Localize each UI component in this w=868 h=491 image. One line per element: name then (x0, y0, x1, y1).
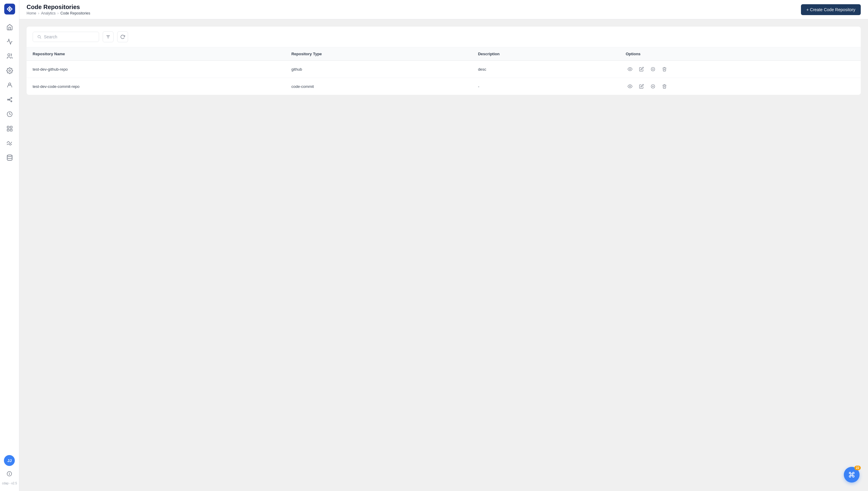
content-area: Repository Name Repository Type Descript… (19, 19, 868, 491)
clone-button-1[interactable] (649, 82, 657, 91)
edit-button-1[interactable] (637, 82, 646, 91)
sidebar-bottom: JJ cdap - v2.5 (2, 455, 17, 487)
svg-rect-10 (10, 126, 12, 128)
repositories-table: Repository Name Repository Type Descript… (27, 48, 861, 95)
svg-line-18 (40, 38, 41, 39)
cell-description-1: - (472, 78, 620, 95)
table-header-row: Repository Name Repository Type Descript… (27, 48, 861, 61)
sidebar-item-users[interactable] (3, 50, 16, 63)
table-row: test-dev-code-commit-repo code-commit - (27, 78, 861, 95)
cell-name-0: test-dev-github-repo (27, 61, 285, 78)
svg-point-17 (38, 35, 40, 38)
svg-point-1 (9, 8, 10, 10)
sidebar-item-analytics[interactable] (3, 35, 16, 48)
breadcrumb-current: Code Repositories (60, 11, 90, 16)
breadcrumb: Home › Analytics › Code Repositories (27, 11, 90, 16)
sidebar-item-connections[interactable] (3, 93, 16, 106)
sidebar-nav (0, 21, 19, 455)
svg-point-2 (7, 54, 10, 56)
edit-button-0[interactable] (637, 65, 646, 74)
page-title: Code Repositories (27, 4, 90, 10)
search-box[interactable] (33, 32, 99, 42)
cell-options-0 (620, 61, 861, 78)
filter-icon (106, 34, 111, 39)
fab-badge: 22 (855, 466, 861, 470)
svg-point-13 (7, 155, 12, 157)
svg-point-6 (10, 97, 12, 99)
app-version: cdap - v2.5 (2, 482, 17, 485)
sidebar-item-home[interactable] (3, 21, 16, 34)
fab-button[interactable]: 22 (844, 467, 860, 483)
sidebar-item-data[interactable] (3, 137, 16, 150)
svg-rect-11 (7, 129, 9, 131)
filter-button[interactable] (103, 31, 114, 42)
info-icon[interactable] (4, 468, 15, 479)
cell-name-1: test-dev-code-commit-repo (27, 78, 285, 95)
cell-options-1 (620, 78, 861, 95)
svg-point-26 (629, 86, 631, 87)
sidebar-item-storage[interactable] (3, 151, 16, 164)
breadcrumb-sep-2: › (57, 11, 59, 16)
col-header-type: Repository Type (285, 48, 472, 61)
topbar: Code Repositories Home › Analytics › Cod… (19, 0, 868, 19)
svg-point-7 (10, 101, 12, 102)
table-row: test-dev-github-repo github desc (27, 61, 861, 78)
main-area: Code Repositories Home › Analytics › Cod… (19, 0, 868, 491)
cell-type-1: code-commit (285, 78, 472, 95)
delete-button-0[interactable] (660, 65, 669, 74)
col-header-name: Repository Name (27, 48, 285, 61)
command-icon (848, 471, 855, 478)
svg-point-3 (9, 70, 10, 71)
view-button-1[interactable] (626, 82, 634, 91)
col-header-description: Description (472, 48, 620, 61)
table-toolbar (27, 27, 861, 48)
create-repository-button[interactable]: + Create Code Repository (801, 4, 861, 15)
view-button-0[interactable] (626, 65, 634, 74)
sidebar-item-settings[interactable] (3, 64, 16, 77)
sidebar-item-profile[interactable] (3, 79, 16, 92)
breadcrumb-analytics[interactable]: Analytics (41, 11, 56, 16)
sidebar-item-history[interactable] (3, 108, 16, 121)
svg-point-5 (7, 99, 8, 100)
delete-button-1[interactable] (660, 82, 669, 91)
search-input[interactable] (44, 34, 94, 39)
sidebar: JJ cdap - v2.5 (0, 0, 19, 491)
topbar-title-area: Code Repositories Home › Analytics › Cod… (27, 4, 90, 16)
repositories-card: Repository Name Repository Type Descript… (27, 27, 861, 95)
svg-rect-12 (10, 129, 12, 131)
user-avatar[interactable]: JJ (4, 455, 15, 466)
svg-rect-9 (7, 126, 9, 128)
col-header-options: Options (620, 48, 861, 61)
breadcrumb-home[interactable]: Home (27, 11, 36, 16)
clone-button-0[interactable] (649, 65, 657, 74)
search-icon (37, 34, 41, 39)
breadcrumb-sep-1: › (38, 11, 39, 16)
refresh-button[interactable] (117, 31, 128, 42)
cell-type-0: github (285, 61, 472, 78)
refresh-icon (120, 34, 125, 39)
svg-point-22 (629, 68, 631, 70)
app-logo[interactable] (4, 4, 15, 15)
sidebar-item-reports[interactable] (3, 122, 16, 135)
cell-description-0: desc (472, 61, 620, 78)
